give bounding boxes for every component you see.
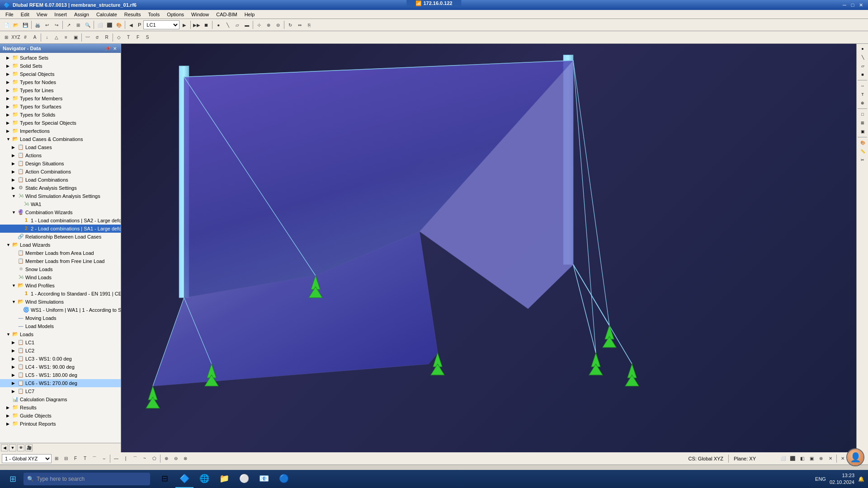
tb3-close-x[interactable]: ✕ bbox=[838, 454, 847, 463]
tree-arrow[interactable]: ▶ bbox=[6, 80, 12, 84]
menu-edit[interactable]: Edit bbox=[17, 11, 33, 18]
tree-arrow[interactable]: ▶ bbox=[6, 104, 12, 109]
tb3-poly[interactable]: ⬠ bbox=[150, 454, 159, 463]
tb3-grid2[interactable]: ⊟ bbox=[61, 454, 71, 463]
rtb-line[interactable]: ╲ bbox=[858, 53, 868, 61]
tree-item-special-objects[interactable]: ▶ 📁 Special Objects bbox=[0, 70, 121, 78]
tree-item-wind-profiles[interactable]: ▼ 📂 Wind Profiles bbox=[0, 282, 121, 290]
tb2-line-load[interactable]: ≡ bbox=[61, 33, 71, 42]
tree-arrow[interactable]: ▼ bbox=[12, 300, 17, 304]
tb2-axes[interactable]: XYZ bbox=[11, 33, 20, 42]
tb-lc-prev[interactable]: ◀ bbox=[127, 20, 136, 29]
tree-item-wind-simulations[interactable]: ▼ 📂 Wind Simulations bbox=[0, 298, 121, 306]
tree-arrow[interactable]: ▼ bbox=[6, 137, 12, 141]
tree-item-lc7[interactable]: ▶ 📋 LC7 bbox=[0, 387, 121, 395]
tb2-surface-load[interactable]: ▣ bbox=[71, 33, 80, 42]
tb3-line-v[interactable]: | bbox=[121, 454, 130, 463]
tb3-snap1[interactable]: ⊕ bbox=[162, 454, 171, 463]
tree-arrow[interactable]: ▶ bbox=[12, 357, 17, 361]
tb3-angle1[interactable]: ⌒ bbox=[90, 454, 99, 463]
taskbar-app-3d[interactable]: 🔵 bbox=[275, 470, 293, 488]
tree-arrow[interactable]: ▶ bbox=[6, 64, 12, 68]
tree-arrow[interactable]: ▶ bbox=[12, 340, 17, 345]
rtb-section[interactable]: ✂ bbox=[858, 156, 868, 164]
tb3-angle2[interactable]: ⌣ bbox=[99, 454, 108, 463]
tree-item-solid-sets[interactable]: ▶ 📁 Solid Sets bbox=[0, 62, 121, 70]
tree-arrow[interactable]: ▶ bbox=[12, 178, 17, 182]
tb-new[interactable]: 📄 bbox=[2, 20, 11, 29]
tree-arrow[interactable]: ▼ bbox=[12, 194, 17, 198]
menu-help[interactable]: Help bbox=[241, 11, 259, 18]
tb2-front[interactable]: F bbox=[133, 33, 142, 42]
tree-item-load-combinations[interactable]: ▶ 📋 Load Combinations bbox=[0, 176, 121, 184]
tb-solid2[interactable]: ▬ bbox=[242, 20, 251, 29]
tb2-reaction[interactable]: R bbox=[102, 33, 111, 42]
tree-item-types-lines[interactable]: ▶ 📁 Types for Lines bbox=[0, 86, 121, 94]
tb3-view-front[interactable]: F bbox=[71, 454, 80, 463]
tree-item-types-nodes[interactable]: ▶ 📁 Types for Nodes bbox=[0, 78, 121, 86]
tb2-iso[interactable]: ◇ bbox=[114, 33, 123, 42]
tb-surface[interactable]: ▱ bbox=[233, 20, 242, 29]
nav-scroll-down[interactable]: ▼ bbox=[9, 444, 16, 451]
tb-stop[interactable]: ⏹ bbox=[202, 20, 211, 29]
tb-solid[interactable]: ⬛ bbox=[105, 20, 114, 29]
tree-item-loads[interactable]: ▼ 📂 Loads bbox=[0, 330, 121, 338]
tree-arrow[interactable]: ▶ bbox=[12, 169, 17, 174]
nav-camera[interactable]: 🎥 bbox=[25, 444, 33, 451]
tree-arrow[interactable]: ▶ bbox=[12, 389, 17, 394]
tb2-load-arrow[interactable]: ↓ bbox=[42, 33, 52, 42]
tb3-isoview-2[interactable]: ⬛ bbox=[788, 454, 797, 463]
tree-item-load-models[interactable]: — Load Models bbox=[0, 322, 121, 330]
menu-insert[interactable]: Insert bbox=[51, 11, 71, 18]
tree-arrow[interactable]: ▶ bbox=[6, 129, 12, 133]
rtb-view3[interactable]: ▣ bbox=[858, 127, 868, 136]
tb3-isoview-4[interactable]: ▣ bbox=[807, 454, 816, 463]
tb2-support[interactable]: △ bbox=[52, 33, 61, 42]
tb-snap-line[interactable]: ⊖ bbox=[274, 20, 283, 29]
tree-arrow[interactable]: ▶ bbox=[6, 405, 12, 410]
rtb-dim[interactable]: ↔ bbox=[858, 82, 868, 90]
tree-arrow[interactable]: ▶ bbox=[6, 413, 12, 418]
tree-arrow[interactable]: ▶ bbox=[12, 186, 17, 190]
tb3-grid1[interactable]: ⊞ bbox=[52, 454, 61, 463]
tree-arrow[interactable]: ▶ bbox=[12, 348, 17, 353]
tb-render[interactable]: 🎨 bbox=[114, 20, 123, 29]
minimize-button[interactable]: ─ bbox=[841, 1, 848, 9]
tree-item-combination-wizards[interactable]: ▼ 🔮 Combination Wizards bbox=[0, 208, 121, 216]
menu-tools[interactable]: Tools bbox=[144, 11, 163, 18]
tb-line[interactable]: ╲ bbox=[223, 20, 232, 29]
tree-item-surface-sets[interactable]: ▶ 📁 Surface Sets bbox=[0, 54, 121, 62]
tb2-side[interactable]: S bbox=[143, 33, 152, 42]
tb3-isoview-3[interactable]: ◧ bbox=[797, 454, 807, 463]
tb-copy[interactable]: ⎘ bbox=[305, 20, 314, 29]
nav-pin-btn[interactable]: 📌 bbox=[104, 45, 111, 52]
tb3-line-h[interactable]: — bbox=[112, 454, 121, 463]
tree-item-wind-simulation-settings[interactable]: ▼ 🌬 Wind Simulation Analysis Settings bbox=[0, 192, 121, 200]
menu-options[interactable]: Options bbox=[163, 11, 188, 18]
nav-scroll-left[interactable]: ◀ bbox=[1, 444, 8, 451]
tb2-grid[interactable]: ⊞ bbox=[2, 33, 11, 42]
tb3-arc[interactable]: ⌒ bbox=[131, 454, 140, 463]
nav-close-btn[interactable]: ✕ bbox=[112, 45, 118, 52]
start-button[interactable]: ⊞ bbox=[4, 470, 22, 488]
tree-item-snow-loads[interactable]: ❄ Snow Loads bbox=[0, 265, 121, 273]
tb-redo[interactable]: ↪ bbox=[52, 20, 61, 29]
rtb-view1[interactable]: □ bbox=[858, 110, 868, 118]
tree-item-wa1[interactable]: 🌬 WA1 bbox=[0, 200, 121, 208]
tree-item-guide-objects[interactable]: ▶ 📁 Guide Objects bbox=[0, 412, 121, 420]
tb2-numbers[interactable]: # bbox=[21, 33, 30, 42]
tree-item-lc3[interactable]: ▶ 📋 LC3 - WS1: 0.00 deg bbox=[0, 355, 121, 363]
tree-arrow[interactable]: ▶ bbox=[12, 145, 17, 150]
tree-item-member-loads-area[interactable]: 📋 Member Loads from Area Load bbox=[0, 249, 121, 257]
tb2-labels[interactable]: A bbox=[30, 33, 39, 42]
rtb-view2[interactable]: ⊞ bbox=[858, 119, 868, 127]
tree-item-types-solids[interactable]: ▶ 📁 Types for Solids bbox=[0, 111, 121, 119]
maximize-button[interactable]: □ bbox=[849, 1, 856, 9]
tree-item-lc6[interactable]: ▶ 📋 LC6 - WS1: 270.00 deg bbox=[0, 379, 121, 387]
tb3-view-top[interactable]: T bbox=[80, 454, 90, 463]
nav-tree[interactable]: ▶ 📁 Surface Sets ▶ 📁 Solid Sets ▶ 📁 Spec… bbox=[0, 53, 121, 443]
menu-calculate[interactable]: Calculate bbox=[93, 11, 121, 18]
tree-arrow[interactable]: ▶ bbox=[12, 153, 17, 158]
tb-calculate[interactable]: ▶▶ bbox=[192, 20, 201, 29]
tb-wireframe[interactable]: ⬜ bbox=[95, 20, 104, 29]
